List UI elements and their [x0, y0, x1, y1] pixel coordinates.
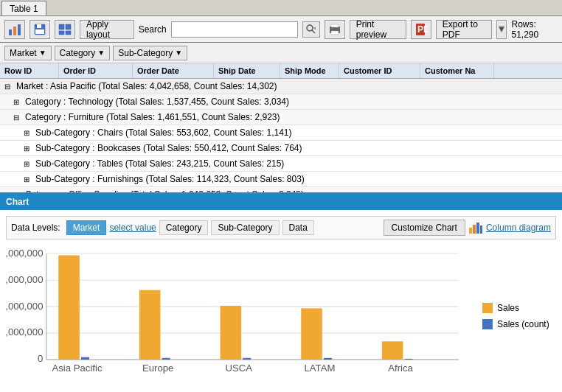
- svg-rect-36: [81, 357, 89, 360]
- dropdown-arrow-icon: [499, 27, 504, 32]
- legend-sales-swatch: [482, 303, 493, 313]
- toolbar: Apply layout Search Print preview: [0, 16, 562, 43]
- expand-furniture-icon[interactable]: ⊟: [13, 113, 22, 122]
- category-furniture-label: Category : Furniture (Total Sales: 1,461…: [25, 112, 280, 122]
- svg-rect-0: [9, 29, 12, 35]
- market-filter-label: Market: [10, 48, 37, 58]
- filter-bar: Market ▼ Category ▼ Sub-Category ▼: [0, 43, 562, 63]
- main-window: Table 1: [0, 0, 562, 392]
- svg-rect-8: [59, 31, 64, 35]
- svg-rect-43: [382, 341, 403, 360]
- print-preview-icon-btn[interactable]: [325, 20, 345, 39]
- expand-bookcases-icon[interactable]: ⊞: [24, 144, 32, 153]
- subcategory-bookcases-row[interactable]: ⊞ Sub-Category : Bookcases (Total Sales:…: [0, 141, 562, 156]
- expand-tables-icon[interactable]: ⊞: [24, 160, 32, 168]
- print-preview-button[interactable]: Print preview: [350, 20, 406, 39]
- subcategory-filter-chip[interactable]: Sub-Category ▼: [113, 46, 187, 60]
- category-technology-row[interactable]: ⊞ Category : Technology (Total Sales: 1,…: [0, 94, 562, 110]
- svg-rect-44: [405, 359, 413, 360]
- apply-layout-label: Apply layout: [86, 19, 128, 40]
- market-asia-pacific-label: Market : Asia Pacific (Total Sales: 4,04…: [16, 81, 277, 91]
- svg-marker-18: [499, 27, 504, 32]
- subcategory-tables-label: Sub-Category : Tables (Total Sales: 243,…: [35, 158, 284, 169]
- svg-text:1,000,000: 1,000,000: [6, 326, 43, 337]
- svg-rect-42: [324, 358, 332, 360]
- svg-rect-9: [66, 31, 71, 35]
- col-customer-name: Customer Na: [420, 63, 494, 78]
- subcategory-furnishings-row[interactable]: ⊞ Sub-Category : Furnishings (Total Sale…: [0, 172, 562, 187]
- table-tab-label: Table 1: [10, 4, 38, 14]
- svg-rect-37: [139, 290, 161, 360]
- expand-furnishings-icon[interactable]: ⊞: [24, 175, 32, 183]
- col-row-id: Row ID: [0, 63, 59, 78]
- svg-rect-35: [58, 255, 80, 360]
- expand-tech-icon[interactable]: ⊞: [13, 98, 22, 106]
- category-filter-chip[interactable]: Category ▼: [55, 46, 111, 60]
- table-body: ⊟ Market : Asia Pacific (Total Sales: 4,…: [0, 79, 562, 192]
- legend-count-swatch: [482, 319, 493, 329]
- export-dropdown-btn[interactable]: [496, 20, 507, 39]
- search-arrow-icon: [305, 24, 317, 35]
- market-filter-chip[interactable]: Market ▼: [4, 46, 52, 60]
- level-data-chip[interactable]: Data: [282, 220, 314, 235]
- market-asia-pacific-row[interactable]: ⊟ Market : Asia Pacific (Total Sales: 4,…: [0, 79, 562, 94]
- svg-rect-15: [331, 31, 339, 35]
- col-order-id: Order ID: [59, 63, 133, 78]
- svg-rect-39: [221, 306, 242, 360]
- chart-type-label: Column diagram: [486, 223, 551, 233]
- svg-marker-12: [313, 27, 316, 30]
- export-button[interactable]: Export to PDF: [436, 20, 492, 39]
- table-section: Row ID Order ID Order Date Ship Date Shi…: [0, 63, 562, 192]
- export-label: Export to PDF: [443, 19, 490, 40]
- legend-count-label: Sales (count): [497, 319, 549, 329]
- chart-canvas: 4,000,000 3,000,000 2,000,000 1,000,000 …: [6, 245, 556, 386]
- chart-type-btn[interactable]: Column diagram: [468, 220, 551, 235]
- subcategory-filter-label: Sub-Category: [118, 48, 173, 58]
- svg-text:LATAM: LATAM: [305, 363, 336, 374]
- subcategory-chairs-label: Sub-Category : Chairs (Total Sales: 553,…: [35, 127, 292, 138]
- level-select-value-link[interactable]: select value: [109, 223, 156, 233]
- svg-rect-4: [37, 24, 41, 28]
- svg-rect-22: [480, 225, 482, 234]
- column-diagram-icon: [468, 220, 483, 235]
- svg-text:2,000,000: 2,000,000: [6, 300, 43, 311]
- svg-rect-2: [18, 24, 21, 35]
- svg-rect-1: [13, 27, 16, 35]
- table-header: Row ID Order ID Order Date Ship Date Shi…: [0, 63, 562, 79]
- col-ship-mode: Ship Mode: [280, 63, 339, 78]
- svg-rect-21: [476, 223, 479, 234]
- subcategory-tables-row[interactable]: ⊞ Sub-Category : Tables (Total Sales: 24…: [0, 156, 562, 172]
- level-subcategory-chip[interactable]: Sub-Category: [211, 220, 279, 235]
- data-levels-label: Data Levels:: [11, 223, 60, 233]
- table-tab[interactable]: Table 1: [1, 1, 46, 15]
- svg-rect-41: [301, 308, 322, 360]
- col-order-date: Order Date: [133, 63, 214, 78]
- save-btn[interactable]: [30, 20, 50, 39]
- category-office-row[interactable]: ⊞ Category : Office Supplies (Total Sale…: [0, 187, 562, 192]
- chart-section: Chart Data Levels: Market select value C…: [0, 193, 562, 392]
- search-dropdown-btn[interactable]: [302, 21, 320, 38]
- svg-line-11: [312, 30, 315, 33]
- chart-legend: Sales Sales (count): [475, 245, 556, 386]
- chart-controls: Data Levels: Market select value Categor…: [6, 216, 556, 239]
- legend-count-item: Sales (count): [482, 319, 556, 329]
- category-furniture-row[interactable]: ⊟ Category : Furniture (Total Sales: 1,4…: [0, 110, 562, 125]
- subcategory-chairs-row[interactable]: ⊞ Sub-Category : Chairs (Total Sales: 55…: [0, 125, 562, 141]
- apply-layout-btn[interactable]: [55, 20, 75, 39]
- level-market-chip[interactable]: Market: [66, 220, 107, 235]
- category-technology-label: Category : Technology (Total Sales: 1,53…: [25, 97, 289, 107]
- rows-info: Rows: 51,290: [511, 19, 558, 40]
- customize-chart-button[interactable]: Customize Chart: [384, 220, 465, 236]
- expand-chairs-icon[interactable]: ⊞: [24, 129, 32, 137]
- legend-sales-label: Sales: [497, 303, 519, 313]
- search-input[interactable]: [171, 21, 298, 38]
- legend-sales-item: Sales: [482, 303, 556, 313]
- export-icon-btn[interactable]: PDF: [411, 20, 431, 39]
- svg-rect-5: [35, 29, 44, 34]
- chart-icon-btn[interactable]: [4, 20, 25, 39]
- level-category-chip[interactable]: Category: [159, 220, 209, 235]
- expand-market-icon[interactable]: ⊟: [4, 83, 13, 91]
- apply-layout-button[interactable]: Apply layout: [80, 20, 134, 39]
- print-icon: [328, 23, 341, 36]
- tab-bar: Table 1: [0, 0, 562, 16]
